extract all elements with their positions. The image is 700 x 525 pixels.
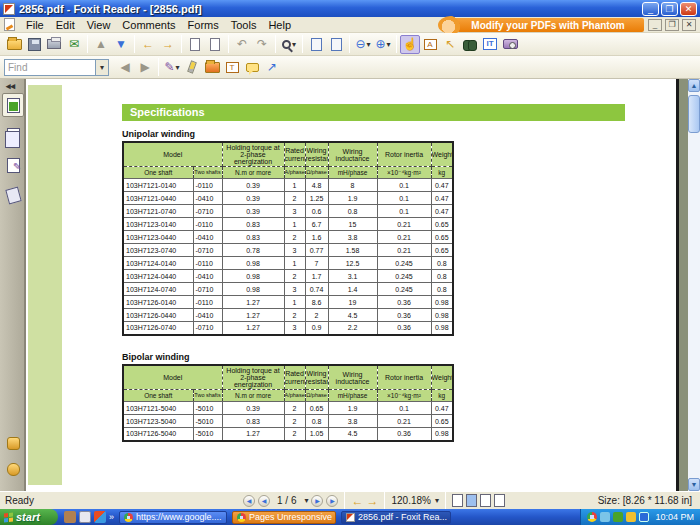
find-input[interactable] [4,59,96,76]
typewriter-icon: IT [483,38,497,50]
facing-view-icon[interactable] [480,494,491,507]
menu-view[interactable]: View [81,18,117,32]
zoom-tool-button[interactable]: ▾ [279,35,299,54]
snapshot-clipboard-button[interactable] [306,35,326,54]
start-button[interactable]: start [0,509,58,525]
next-page-button[interactable]: ▶ [311,495,323,507]
previous-page-button[interactable]: ▲ [91,35,111,54]
search-button[interactable] [460,35,480,54]
forward-view-icon[interactable]: → [366,495,378,507]
tray-display-icon[interactable] [639,512,649,522]
restore-button[interactable]: ❐ [661,2,678,16]
save-button[interactable] [24,35,44,54]
previous-page-button[interactable]: ◀ [258,495,270,507]
next-page-button[interactable]: ▼ [111,35,131,54]
table-row: 103H7126-0140-01101.2718.6190.360.98 [123,296,453,309]
select-annotation-button[interactable]: ↖ [440,35,460,54]
close-button[interactable]: ✕ [680,2,697,16]
select-text-button[interactable]: A [420,35,440,54]
table-cell: 103H7123-0740 [123,244,193,257]
doc-minimize-button[interactable]: _ [648,19,662,31]
menu-comments[interactable]: Comments [116,18,181,32]
sidebar-tab-pages[interactable] [2,123,24,147]
email-button[interactable]: ✉ [64,35,84,54]
clipboard-view-button[interactable] [326,35,346,54]
sidebar-tab-clip[interactable] [2,457,24,481]
zoom-out-button[interactable]: ⊖▾ [353,35,373,54]
print-button[interactable] [44,35,64,54]
pencil-tool-button[interactable]: ✎▾ [162,58,182,77]
typewriter-button[interactable]: IT [480,35,500,54]
task-pages-unresponsive[interactable]: Pages Unresponsive [232,511,336,524]
scrollbar-thumb[interactable] [688,95,700,133]
table-row: 103H7126-0740-07101.2730.92.20.360.98 [123,322,453,335]
stamp-tool-button[interactable] [202,58,222,77]
subheader-current-unit: A/phase [284,167,305,179]
continuous-view-icon[interactable] [466,494,477,507]
sidebar-tab-comments[interactable] [2,153,24,177]
find-next-button[interactable]: ▶ [135,58,155,77]
sidebar-tab-attachments[interactable] [2,183,24,207]
textbox-tool-button[interactable]: T [222,58,242,77]
dropdown-arrow-icon: ▾ [176,63,180,72]
bipolar-table-title: Bipolar winding [122,352,190,362]
task-foxit[interactable]: 2856.pdf - Foxit Rea... [341,511,451,524]
note-tool-button[interactable] [242,58,262,77]
go-back-button[interactable]: ← [138,35,158,54]
zoom-level-box[interactable]: 120.18% [391,495,430,506]
table-cell: 0.39 [222,402,284,415]
back-view-icon[interactable]: ← [351,495,363,507]
menu-tools[interactable]: Tools [225,18,263,32]
quick-launch-keyboard-icon[interactable] [64,511,76,523]
panel-strip [28,85,62,485]
vertical-scrollbar[interactable]: ▲ ▼ [688,79,700,491]
statusbar: Ready ◀ ◀ 1 / 6 ▾ ▶ ▶ ← → 120.18% ▾ Size… [0,491,700,509]
doc-close-button[interactable]: ✕ [682,19,696,31]
zoom-in-button[interactable]: ⊕▾ [373,35,393,54]
menu-edit[interactable]: Edit [50,18,81,32]
page-dropdown-icon[interactable]: ▾ [304,496,308,505]
table-row: 103H7126-5040-50101.2721.054.50.360.98 [123,428,453,441]
highlight-tool-button[interactable] [182,58,202,77]
single-page-view-icon[interactable] [452,494,463,507]
go-forward-button[interactable]: → [158,35,178,54]
menu-forms[interactable]: Forms [182,18,225,32]
app-shortcut-icon[interactable] [94,511,106,523]
open-button[interactable] [4,35,24,54]
tray-network-icon[interactable] [600,512,610,522]
share-button[interactable]: ↗ [262,58,282,77]
doc-restore-button[interactable]: ❐ [665,19,679,31]
show-desktop-icon[interactable] [79,511,91,523]
continuous-facing-view-icon[interactable] [494,494,505,507]
insert-pages-button[interactable] [185,35,205,54]
find-dropdown-button[interactable]: ▾ [96,59,109,76]
find-previous-button[interactable]: ◀ [115,58,135,77]
undo-button[interactable]: ↶ [232,35,252,54]
bookmarks-icon [7,98,20,113]
phantom-ad-banner[interactable]: Modify your PDFs with Phantom [452,18,644,32]
hand-tool-button[interactable]: ☝ [400,35,420,54]
tray-update-icon[interactable] [626,512,636,522]
tray-chrome-icon[interactable] [587,512,597,522]
sidebar-tab-signature[interactable] [2,431,24,455]
menu-file[interactable]: File [20,18,50,32]
zoom-dropdown-icon[interactable]: ▾ [435,496,439,505]
snapshot-button[interactable] [500,35,520,54]
table-header-row: Model Holding torque at 2-phase energiza… [123,142,453,167]
minimize-button[interactable]: _ [642,2,659,16]
collapse-panel-icon[interactable]: ◂◂ [6,81,15,91]
delete-pages-button[interactable] [205,35,225,54]
page-number-box[interactable]: 1 / 6 [273,495,300,506]
task-google[interactable]: https://www.google.... [119,511,227,524]
last-page-button[interactable]: ▶ [326,495,338,507]
sidebar-tab-bookmarks[interactable] [2,93,24,117]
table-cell: 0.65 [305,402,328,415]
menu-help[interactable]: Help [262,18,297,32]
quick-launch-more-icon[interactable]: » [109,512,114,522]
tray-shield-icon[interactable] [613,512,623,522]
scroll-up-button[interactable]: ▲ [688,79,700,92]
redo-button[interactable]: ↷ [252,35,272,54]
first-page-button[interactable]: ◀ [243,495,255,507]
table-cell: 0.9 [305,322,328,335]
scroll-down-button[interactable]: ▼ [688,478,700,491]
